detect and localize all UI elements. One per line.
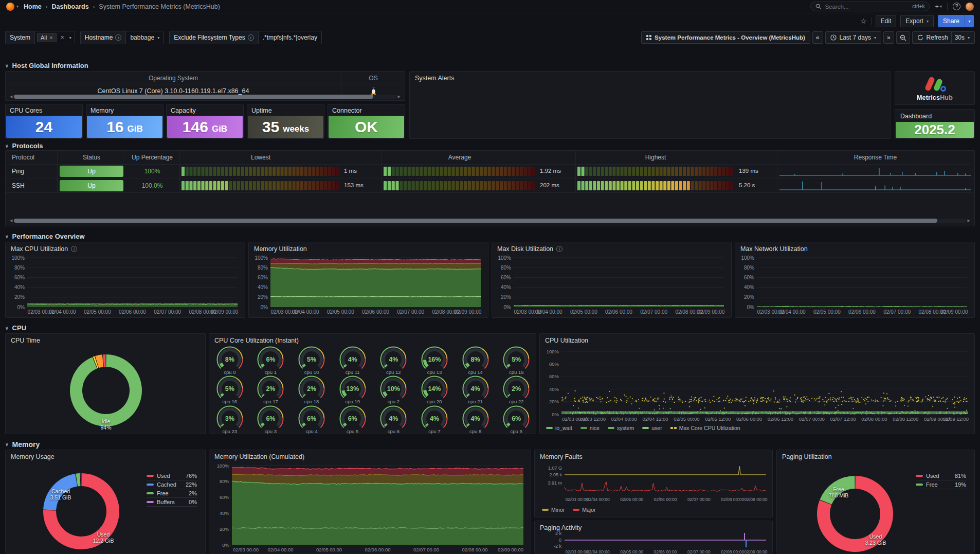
exclude-fs-input[interactable]: .*tmpfs|nfs.*|overlay: [259, 31, 321, 44]
hostname-filter-value[interactable]: babbage▾: [126, 31, 164, 44]
info-icon[interactable]: i: [71, 246, 77, 252]
info-icon: i: [115, 34, 121, 41]
svg-text:02/09 00:00: 02/09 00:00: [745, 549, 768, 554]
legend-item: Used76%: [147, 472, 197, 480]
gauge-label: cpu 3: [250, 428, 292, 434]
search-shortcut: ctrl+k: [912, 4, 924, 9]
gauge-value: 14%: [414, 385, 455, 392]
grafana-logo[interactable]: [6, 3, 14, 11]
gauge-value: 5%: [291, 356, 332, 363]
highest-value: 139 ms: [739, 168, 758, 174]
protocols-col-response: Response Time: [779, 154, 971, 161]
scroll-right-icon[interactable]: ▶: [968, 219, 970, 223]
svg-text:40%: 40%: [14, 284, 25, 290]
highest-value: 5.20 s: [739, 182, 755, 188]
gauge-label: cpu 14: [455, 369, 496, 375]
svg-text:20%: 20%: [14, 294, 25, 300]
panel-max-cpu-utilization: Max CPU Utilizationi 100%80%60%40%20%0%0…: [5, 242, 245, 318]
stat-panel-memory: Memory16GiB: [86, 104, 164, 139]
svg-text:02/03 00:00: 02/03 00:00: [566, 497, 589, 502]
svg-text:02/07 00:00: 02/07 00:00: [397, 309, 424, 315]
gauge-value: 6%: [250, 356, 292, 363]
zoom-out-button[interactable]: [896, 31, 910, 44]
refresh-interval[interactable]: 30s: [955, 34, 965, 41]
system-filter[interactable]: System All× × ▾: [5, 31, 75, 44]
edit-button[interactable]: Edit: [876, 15, 897, 27]
donut-label: Cached3.51 GiB: [50, 488, 71, 501]
svg-text:02/09 00:00: 02/09 00:00: [941, 309, 968, 315]
chevron-down-icon[interactable]: ▾: [66, 31, 75, 44]
os-col-header: OS: [341, 75, 406, 82]
legend-item: Minor: [542, 507, 565, 513]
cpu-gauge: 8%cpu 0: [209, 346, 250, 376]
os-value: CentOS Linux 7 (Core) 3.10.0-1160.119.1.…: [6, 87, 341, 95]
svg-text:80%: 80%: [258, 265, 268, 271]
cpu-gauge: 2%cpu 18: [291, 376, 332, 405]
gauge-label: cpu 8: [455, 428, 496, 434]
svg-text:40%: 40%: [258, 284, 268, 290]
user-avatar[interactable]: [966, 3, 974, 11]
svg-text:02/05 00:00: 02/05 00:00: [84, 309, 111, 315]
scroll-left-icon[interactable]: ◀: [10, 219, 12, 223]
panel-memory-utilization-cumulated: Memory Utilization (Cumulated) 100%80%60…: [209, 450, 531, 553]
export-button[interactable]: Export▾: [900, 15, 934, 27]
gauge-value: 4%: [332, 356, 373, 363]
lcd-gauge: [577, 180, 734, 192]
section-memory[interactable]: ∨Memory: [5, 440, 40, 449]
filter-bar: System All× × ▾ Hostnamei babbage▾ Exclu…: [0, 30, 980, 45]
max-network-chart: 100%80%60%40%20%0%02/03 00:0002/04 00:00…: [738, 255, 971, 315]
protocols-scrollbar[interactable]: ◀ ▶: [10, 219, 970, 223]
chevron-down-icon[interactable]: ▾: [16, 4, 19, 9]
protocols-col-highest: Highest: [577, 154, 734, 161]
svg-text:20%: 20%: [258, 294, 268, 300]
search-input[interactable]: Search... ctrl+k: [810, 2, 930, 11]
section-host-global-information[interactable]: ∨Host Global Information: [5, 62, 88, 69]
svg-text:100%: 100%: [11, 255, 25, 261]
help-icon[interactable]: ?: [953, 3, 960, 10]
scroll-left-icon[interactable]: ◀: [10, 95, 12, 99]
response-time-sparkline: [779, 165, 971, 178]
breadcrumb-home[interactable]: Home: [24, 3, 42, 10]
svg-text:02/04 00:00: 02/04 00:00: [292, 309, 319, 315]
time-shift-forward-button[interactable]: »: [883, 31, 894, 44]
os-table-scrollbar[interactable]: ◀ ▶: [10, 95, 401, 99]
gauge-value: 2%: [250, 385, 292, 392]
system-filter-chip[interactable]: All×: [37, 33, 57, 42]
svg-text:02/04 00:00: 02/04 00:00: [587, 497, 610, 502]
svg-text:02/06 12:00: 02/06 12:00: [768, 416, 793, 422]
remove-icon[interactable]: ×: [49, 34, 52, 41]
share-caret[interactable]: ▾: [965, 15, 974, 27]
chevron-down-icon: ∨: [5, 144, 9, 149]
info-icon: i: [248, 34, 254, 41]
section-performance-overview[interactable]: ∨Performance Overview: [5, 233, 85, 240]
hostname-filter-label: Hostnamei: [81, 31, 126, 44]
protocol-row: SSHUp100.0%153 ms202 ms5.20 s: [6, 178, 974, 193]
refresh-button[interactable]: Refresh 30s▾: [912, 31, 975, 44]
chevron-down-icon: ∨: [5, 442, 9, 447]
svg-text:02/05 00:00: 02/05 00:00: [327, 309, 354, 315]
svg-text:60%: 60%: [220, 494, 230, 500]
lowest-value: 153 ms: [344, 182, 364, 188]
system-filter-label: System: [6, 31, 35, 44]
hostname-filter[interactable]: Hostnamei babbage▾: [80, 31, 164, 44]
time-shift-back-button[interactable]: «: [812, 31, 823, 44]
add-button[interactable]: +▾: [935, 3, 942, 10]
exclude-fs-filter[interactable]: Exclude Filesystem Typesi .*tmpfs|nfs.*|…: [169, 31, 322, 44]
dashboard-selector[interactable]: System Performance Metrics - Overview (M…: [641, 31, 810, 44]
info-icon[interactable]: i: [556, 246, 562, 252]
gauge-value: 6%: [496, 415, 537, 422]
scroll-right-icon[interactable]: ▶: [398, 95, 401, 99]
clock-icon: [830, 34, 837, 41]
star-icon[interactable]: ☆: [860, 17, 867, 25]
section-protocols[interactable]: ∨Protocols: [5, 142, 43, 150]
gauge-label: cpu 0: [209, 369, 250, 375]
svg-text:02/05 00:00: 02/05 00:00: [620, 549, 643, 554]
gauge-value: 16%: [414, 356, 455, 363]
panel-protocols-table: Protocol Status Up Percentage Lowest Ave…: [5, 150, 975, 226]
section-cpu[interactable]: ∨CPU: [5, 324, 26, 332]
breadcrumb-dashboards[interactable]: Dashboards: [51, 3, 88, 10]
clear-icon[interactable]: ×: [59, 31, 66, 44]
share-button[interactable]: Share ▾: [938, 15, 974, 27]
breadcrumb: Home › Dashboards › System Performance M…: [24, 3, 220, 10]
time-range-picker[interactable]: Last 7 days▾: [825, 31, 881, 44]
